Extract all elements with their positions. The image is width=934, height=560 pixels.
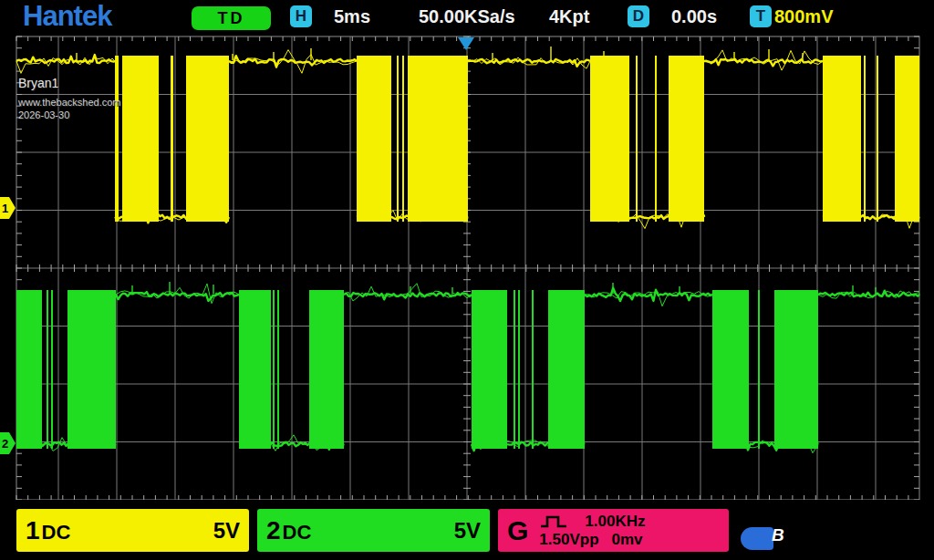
trigger-status-button[interactable]: TD [192, 6, 271, 30]
horizontal-menu-icon: H [290, 5, 312, 27]
channel2-label: 2DC [266, 509, 311, 552]
channel2-coupling: DC [283, 521, 312, 544]
bottom-status-bar: 1DC 5V 2DC 5V G 1.00KHz 1.50Vpp 0m [0, 500, 934, 560]
trigger-level-value: 800mV [774, 0, 834, 33]
trigger-delay-value: 0.00s [671, 0, 717, 33]
trigger-position-marker [458, 37, 474, 50]
channel1-status-box[interactable]: 1DC 5V [16, 509, 249, 552]
generator-frequency: 1.00KHz [585, 513, 645, 531]
usb-disk-label: B [772, 525, 784, 545]
generator-offset: 0mv [612, 531, 643, 549]
svg-text:1: 1 [2, 202, 8, 215]
square-wave-icon [539, 514, 568, 529]
delay-icon: D [628, 5, 649, 27]
record-length-value: 4Kpt [549, 0, 589, 33]
ch1-reference-marker: 1 [0, 197, 16, 219]
generator-amplitude: 1.50Vpp [539, 531, 598, 549]
channel1-number: 1 [26, 516, 40, 544]
annotation-name: Bryan1 [18, 76, 121, 90]
generator-status-box[interactable]: G 1.00KHz 1.50Vpp 0mv [498, 509, 729, 552]
trigger-icon: T [750, 5, 772, 27]
top-status-bar: Hantek TD H 5ms 50.00KSa/s 4Kpt D 0.00s … [0, 0, 934, 33]
channel2-scale: 5V [454, 509, 481, 552]
svg-text:2: 2 [2, 437, 8, 451]
channel2-status-box[interactable]: 2DC 5V [257, 509, 490, 552]
channel1-coupling: DC [42, 521, 71, 544]
ch1-trace [16, 47, 919, 229]
user-annotation: Bryan1 www.thebackshed.com 2026-03-30 [18, 76, 121, 121]
waveform-display: 12 [0, 0, 934, 560]
annotation-url: www.thebackshed.com [18, 96, 121, 109]
sample-rate-value: 50.00KSa/s [419, 0, 515, 33]
timebase-value: 5ms [334, 0, 370, 33]
annotation-date: 2026-03-30 [18, 109, 121, 121]
channel1-scale: 5V [213, 509, 240, 552]
usb-disk-icon [741, 527, 773, 550]
generator-label: G [507, 515, 528, 546]
ch2-reference-marker: 2 [0, 432, 16, 454]
brand-logo: Hantek [23, 0, 111, 33]
channel1-label: 1DC [26, 509, 70, 552]
oscilloscope-screen: 12 Hantek TD H 5ms 50.00KSa/s 4Kpt D 0.0… [0, 0, 934, 560]
ch2-trace [16, 282, 919, 453]
generator-readouts: 1.00KHz 1.50Vpp 0mv [539, 513, 645, 549]
channel2-number: 2 [266, 516, 281, 544]
